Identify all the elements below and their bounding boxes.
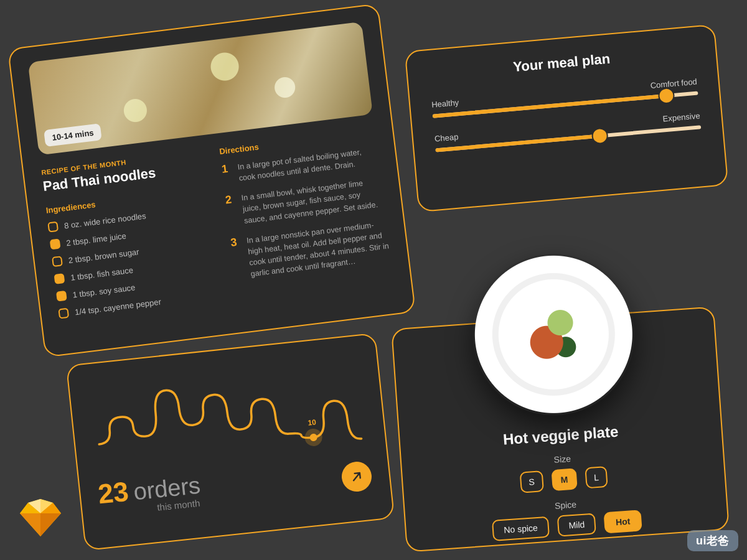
meal-plan-slider[interactable]: CheapExpensive bbox=[434, 111, 701, 152]
arrow-up-right-icon bbox=[349, 469, 364, 484]
sparkline-point-label: 10 bbox=[308, 418, 317, 427]
checkbox-icon[interactable] bbox=[56, 291, 67, 302]
ingredients-list: 8 oz. wide rice noodles2 tbsp. lime juic… bbox=[47, 203, 215, 319]
slider-thumb[interactable] bbox=[593, 128, 608, 143]
slider-left-label: Healthy bbox=[431, 98, 459, 110]
slider-thumb[interactable] bbox=[659, 88, 674, 103]
direction-item: 3In a large nonstick pan over medium-hig… bbox=[230, 218, 391, 282]
ingredient-text: 1 tbsp. fish sauce bbox=[70, 265, 133, 282]
meal-plan-slider[interactable]: HealthyComfort food bbox=[431, 77, 698, 118]
cook-time-badge: 10-14 mins bbox=[44, 123, 102, 147]
direction-text: In a small bowl, whisk together lime jui… bbox=[241, 175, 385, 226]
meal-plan-title: Your meal plan bbox=[428, 44, 695, 83]
ingredient-text: 8 oz. wide rice noodles bbox=[63, 211, 146, 230]
size-option-s[interactable]: S bbox=[519, 470, 544, 493]
checkbox-icon[interactable] bbox=[58, 308, 69, 319]
size-option-l[interactable]: L bbox=[585, 466, 608, 488]
ingredient-text: 2 tbsp. brown sugar bbox=[68, 247, 139, 265]
watermark: ui老爸 bbox=[687, 530, 738, 551]
spice-option-no-spice[interactable]: No spice bbox=[492, 516, 550, 541]
spice-option-mild[interactable]: Mild bbox=[557, 513, 596, 536]
slider-right-label: Comfort food bbox=[650, 77, 697, 90]
spice-option-hot[interactable]: Hot bbox=[604, 510, 642, 533]
slider-left-label: Cheap bbox=[434, 132, 458, 143]
ingredient-text: 1/4 tsp. cayenne pepper bbox=[74, 297, 161, 317]
meal-plan-card: Your meal plan HealthyComfort foodCheapE… bbox=[405, 24, 729, 213]
ingredient-text: 2 tbsp. lime juice bbox=[66, 231, 127, 248]
checkbox-icon[interactable] bbox=[54, 273, 65, 284]
ingredient-text: 1 tbsp. soy sauce bbox=[72, 282, 136, 299]
direction-text: In a large nonstick pan over medium-high… bbox=[246, 218, 391, 280]
directions-list: 1In a large pot of salted boiling water,… bbox=[221, 144, 391, 281]
dish-plate-image bbox=[467, 248, 641, 421]
orders-count: 23 bbox=[96, 476, 130, 510]
orders-card: 10 23orders this month bbox=[66, 333, 395, 551]
sketch-logo-icon bbox=[19, 498, 62, 538]
dish-card: Hot veggie plate Size SML Spice No spice… bbox=[391, 306, 730, 552]
size-option-m[interactable]: M bbox=[551, 468, 577, 491]
checkbox-icon[interactable] bbox=[52, 256, 63, 267]
recipe-card: 10-14 mins RECIPE OF THE MONTH Pad Thai … bbox=[7, 3, 416, 357]
direction-number: 1 bbox=[221, 162, 232, 186]
checkbox-icon[interactable] bbox=[50, 238, 61, 250]
svg-marker-7 bbox=[20, 513, 40, 536]
checkbox-icon[interactable] bbox=[47, 222, 59, 233]
slider-right-label: Expensive bbox=[662, 111, 700, 123]
direction-number: 3 bbox=[230, 236, 244, 282]
svg-marker-8 bbox=[40, 513, 61, 536]
direction-number: 2 bbox=[225, 194, 238, 228]
orders-open-button[interactable] bbox=[341, 460, 374, 493]
